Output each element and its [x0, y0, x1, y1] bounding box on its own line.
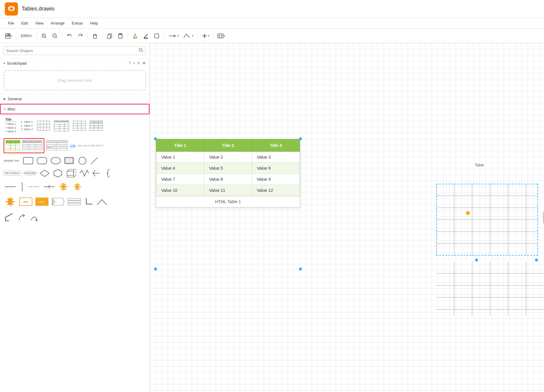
shape-simple-grid[interactable]	[72, 119, 87, 132]
shape-link[interactable]: Link	[69, 143, 76, 148]
shape-t-line[interactable]	[43, 183, 56, 190]
right-grid-svg	[436, 184, 538, 256]
shape-gear-1[interactable]	[58, 181, 69, 193]
general-section-header[interactable]: ▶ General	[0, 94, 149, 104]
misc-section-header[interactable]: ▾ Misc	[0, 104, 149, 114]
shape-label-box[interactable]: Label	[19, 197, 33, 206]
shape-meta[interactable]: Mon, Jun 22 2020 18:01 27	[77, 144, 104, 148]
shape-rect-outline[interactable]	[22, 156, 34, 165]
shape-striped-grid[interactable]	[88, 119, 104, 132]
shape-squircle[interactable]	[77, 156, 87, 166]
search-bar	[0, 43, 149, 58]
shape-h-line[interactable]	[4, 183, 17, 190]
shape-rectangle-label[interactable]: RECTANGLE	[4, 171, 21, 175]
svg-rect-14	[108, 35, 111, 39]
shape-arrow-left[interactable]	[92, 169, 103, 178]
scratchpad-close-icon[interactable]: ✕	[142, 61, 146, 66]
html-table-container[interactable]: Title 1 Title 2 Title 3 Value 1 Value 2 …	[156, 139, 300, 207]
shape-labeled-grid[interactable]: Head1 Head2 Head3	[52, 119, 70, 133]
menu-file[interactable]: File	[5, 20, 17, 27]
main-layout: ▾ Scratchpad ? + ✎ ✕ Drag elements here …	[0, 43, 544, 392]
shape-3d-box[interactable]	[65, 168, 77, 178]
search-input-wrap[interactable]	[4, 46, 146, 55]
scratchpad-section: ▾ Scratchpad ? + ✎ ✕ Drag elements here	[0, 58, 149, 94]
selection-handle-bl[interactable]	[154, 268, 157, 271]
shape-title-list[interactable]: Title • Value 1• Value 2• Value 3	[4, 117, 18, 135]
zoom-out-button[interactable]	[50, 31, 60, 41]
cell-3-1: Value 7	[156, 174, 204, 185]
section-table-icon: Head 1 Head 2 Head 3	[22, 140, 43, 151]
scratchpad-help-icon[interactable]: ?	[129, 61, 131, 66]
shape-dashed-line[interactable]	[28, 183, 41, 190]
shape-two-col[interactable]: Section 1	[46, 139, 68, 152]
svg-text:Head2: Head2	[60, 121, 64, 122]
shape-h-bars[interactable]	[67, 197, 81, 206]
scratchpad-icons: ? + ✎ ✕	[129, 61, 146, 66]
shape-diamond-label[interactable]: DIAMOND	[23, 171, 37, 175]
squircle-icon	[78, 156, 87, 165]
arrow-dropdown: ▾	[177, 34, 179, 37]
menu-view[interactable]: View	[32, 20, 46, 27]
connector-button[interactable]: ▾	[181, 31, 195, 41]
shape-gear-2[interactable]	[71, 181, 83, 193]
shape-angled-up[interactable]	[96, 197, 107, 206]
zoom-control[interactable]: 100% ▾	[19, 34, 34, 38]
blue-handle-bottom-right[interactable]	[535, 259, 538, 262]
add-dropdown: ▾	[208, 34, 210, 37]
shape-rounded-rect[interactable]	[36, 156, 48, 165]
blue-handle-bottom-left[interactable]	[475, 259, 478, 262]
shape-button[interactable]	[152, 31, 161, 41]
arrow-right-button[interactable]: ▾	[167, 31, 180, 41]
shape-section-table[interactable]: Head 1 Head 2 Head 3	[22, 139, 43, 152]
selection-handle-tl[interactable]	[154, 137, 157, 140]
shape-zigzag[interactable]	[78, 169, 90, 178]
fill-color-button[interactable]	[130, 31, 140, 41]
menu-edit[interactable]: Edit	[18, 20, 31, 27]
add-shape-button[interactable]: ▾	[200, 31, 211, 41]
shape-diamond[interactable]	[39, 169, 50, 178]
shape-label-orange[interactable]: Label	[35, 197, 49, 206]
link-text[interactable]: Link	[70, 144, 75, 147]
svg-line-28	[142, 51, 143, 52]
line-color-button[interactable]	[141, 31, 151, 41]
shape-numbered-list[interactable]: 1. Value 12. Value 23. Value 3	[19, 119, 35, 133]
sidebar-resize-handle[interactable]	[543, 212, 544, 224]
shape-arc-arrow[interactable]	[29, 212, 40, 223]
shape-play-label[interactable]	[51, 197, 65, 206]
svg-rect-74	[46, 143, 56, 145]
shape-ellipse[interactable]	[50, 156, 62, 165]
menu-help[interactable]: Help	[87, 20, 101, 27]
shape-step-l[interactable]	[4, 212, 14, 223]
scratchpad-edit-icon[interactable]: ✎	[137, 61, 140, 66]
selection-handle-tr[interactable]	[299, 137, 302, 140]
table-button[interactable]: ▾	[216, 31, 226, 41]
menu-extras[interactable]: Extras	[69, 20, 86, 27]
selection-handle-br[interactable]	[299, 268, 302, 271]
shape-rect-shadow[interactable]	[64, 156, 75, 165]
zoom-in-button[interactable]	[39, 31, 49, 41]
shape-diagonal[interactable]	[89, 156, 99, 166]
shapes-row-3: Variable Text	[0, 154, 149, 167]
redo-button[interactable]	[75, 31, 85, 41]
paste-style-button[interactable]	[116, 31, 125, 41]
shape-grid-4x3[interactable]	[36, 119, 51, 132]
shape-gear-large[interactable]	[4, 195, 17, 208]
undo-button[interactable]	[65, 31, 74, 41]
menu-arrange[interactable]: Arrange	[48, 20, 67, 27]
shape-v-line[interactable]	[19, 181, 26, 192]
search-input[interactable]	[6, 48, 138, 53]
scratchpad-header[interactable]: ▾ Scratchpad ? + ✎ ✕	[0, 58, 149, 68]
delete-button[interactable]	[90, 31, 100, 41]
shape-curly-bracket[interactable]	[105, 168, 112, 178]
copy-style-button[interactable]	[105, 31, 114, 41]
shape-hexagon[interactable]	[52, 168, 64, 178]
search-button[interactable]	[138, 48, 143, 54]
shape-curved-arrow[interactable]	[16, 212, 27, 223]
scratchpad-add-icon[interactable]: +	[133, 61, 135, 66]
canvas[interactable]: Title 1 Title 2 Title 3 Value 1 Value 2 …	[150, 43, 544, 392]
shape-l-corner[interactable]	[83, 196, 94, 207]
arrow-left-icon	[92, 169, 102, 177]
svg-rect-17	[133, 38, 137, 39]
shape-green-table[interactable]	[5, 139, 21, 152]
layout-button[interactable]: ▾	[4, 31, 13, 41]
